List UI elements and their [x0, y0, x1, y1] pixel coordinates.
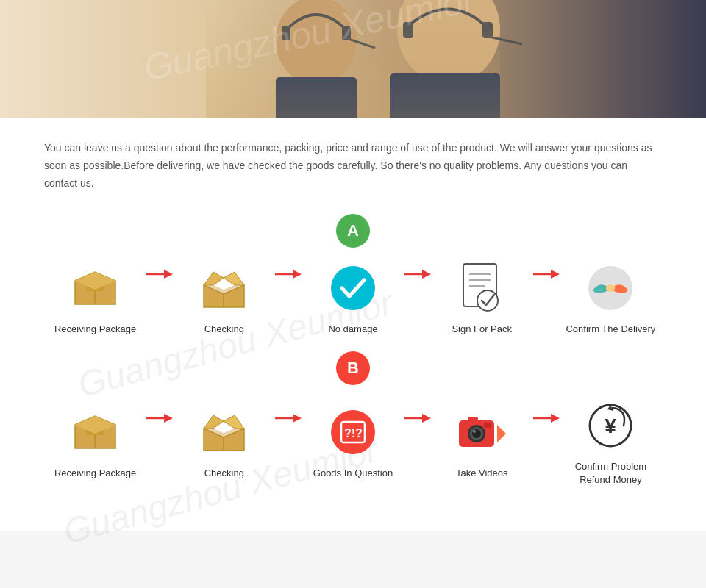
- step-b5: ¥ Confirm ProblemRefund Money: [560, 400, 662, 487]
- camera-icon: [456, 406, 507, 458]
- step-a4: Sign For Pack: [431, 262, 533, 336]
- flow-row-b: Receiving Package Checking: [44, 400, 662, 487]
- box-open-icon-a: [199, 262, 250, 314]
- svg-rect-0: [0, 0, 706, 118]
- step-a5: Confirm The Delivery: [560, 262, 662, 336]
- svg-point-59: [473, 430, 476, 433]
- svg-point-35: [606, 284, 615, 292]
- svg-rect-8: [482, 22, 493, 38]
- arrow-b4: [533, 411, 560, 458]
- box-closed-icon-b: [70, 406, 121, 458]
- step-a3-label: No damage: [328, 323, 377, 336]
- arrow-a1: [146, 267, 173, 314]
- step-a4-label: Sign For Pack: [452, 323, 512, 336]
- svg-marker-20: [224, 272, 244, 285]
- svg-marker-64: [551, 414, 560, 423]
- svg-marker-26: [422, 270, 431, 279]
- svg-marker-62: [497, 425, 506, 442]
- question-icon: ?!?: [327, 406, 379, 458]
- description-text: You can leave us a question about the pe…: [44, 140, 662, 192]
- svg-rect-7: [403, 22, 413, 38]
- svg-point-31: [477, 290, 498, 311]
- svg-marker-45: [204, 415, 224, 429]
- step-a1: Receiving Package: [44, 262, 146, 336]
- svg-rect-60: [468, 417, 478, 422]
- step-a2: Checking: [173, 262, 275, 336]
- step-a1-label: Receiving Package: [54, 323, 136, 336]
- step-b5-label: Confirm ProblemRefund Money: [575, 460, 647, 487]
- step-b4: Take Videos: [431, 406, 533, 480]
- yen-refund-icon: ¥: [585, 400, 636, 451]
- svg-rect-4: [390, 74, 500, 118]
- svg-rect-2: [276, 77, 357, 118]
- step-a5-label: Confirm The Delivery: [566, 323, 655, 336]
- step-b2: Checking: [173, 406, 275, 480]
- svg-marker-49: [293, 414, 302, 423]
- step-a3: No damage: [302, 262, 404, 336]
- box-open-icon-b: [199, 406, 250, 458]
- teal-check-icon: [327, 262, 379, 314]
- arrow-a2: [275, 267, 302, 314]
- svg-marker-23: [293, 270, 302, 279]
- box-closed-icon-a: [70, 262, 121, 314]
- flow-row-a: Receiving Package: [44, 262, 662, 336]
- step-b3-label: Goods In Question: [313, 467, 393, 480]
- svg-rect-5: [282, 26, 290, 40]
- handshake-icon: [585, 262, 636, 314]
- section-a: A Receiving Package: [44, 214, 662, 336]
- svg-marker-19: [204, 272, 224, 285]
- step-b3: ?!? Goods In Question: [302, 406, 404, 480]
- badge-a: A: [336, 214, 370, 248]
- main-content: Guangzhou Xeumior Guangzhou Xeumior You …: [0, 118, 706, 531]
- svg-marker-54: [422, 414, 431, 423]
- svg-rect-61: [484, 423, 491, 428]
- svg-marker-33: [551, 270, 560, 279]
- section-b: B Receiving Package: [44, 351, 662, 487]
- svg-text:¥: ¥: [605, 415, 617, 437]
- svg-marker-16: [164, 270, 173, 279]
- svg-point-3: [397, 0, 500, 85]
- step-a2-label: Checking: [204, 323, 244, 336]
- arrow-a3: [404, 267, 431, 314]
- step-b2-label: Checking: [204, 467, 244, 480]
- arrow-b1: [146, 411, 173, 458]
- svg-marker-46: [224, 415, 244, 429]
- header-image: Guangzhou Xeumior: [0, 0, 706, 118]
- step-b4-label: Take Videos: [456, 467, 508, 480]
- svg-rect-6: [342, 26, 351, 40]
- arrow-b2: [275, 411, 302, 458]
- badge-b: B: [336, 351, 370, 385]
- step-b1-label: Receiving Package: [54, 467, 136, 480]
- svg-text:?!?: ?!?: [344, 427, 363, 440]
- doc-check-icon: [456, 262, 507, 314]
- svg-point-24: [331, 266, 375, 310]
- svg-marker-42: [164, 414, 173, 423]
- step-b1: Receiving Package: [44, 406, 146, 480]
- svg-point-1: [276, 0, 357, 85]
- arrow-b3: [404, 411, 431, 458]
- arrow-a4: [533, 267, 560, 314]
